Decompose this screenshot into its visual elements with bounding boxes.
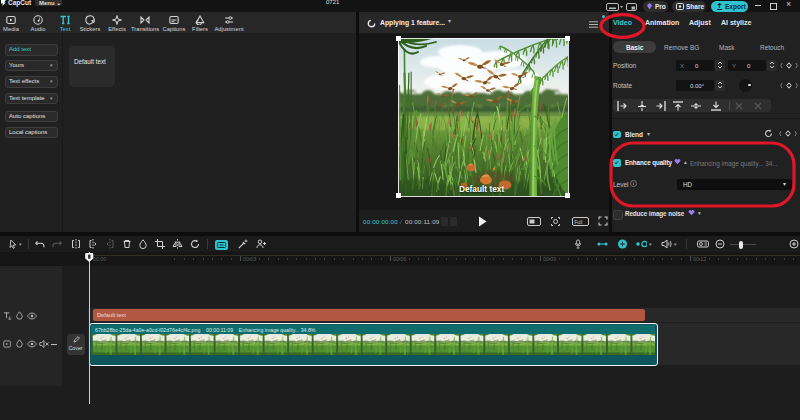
svg-text:Full: Full bbox=[574, 219, 582, 225]
